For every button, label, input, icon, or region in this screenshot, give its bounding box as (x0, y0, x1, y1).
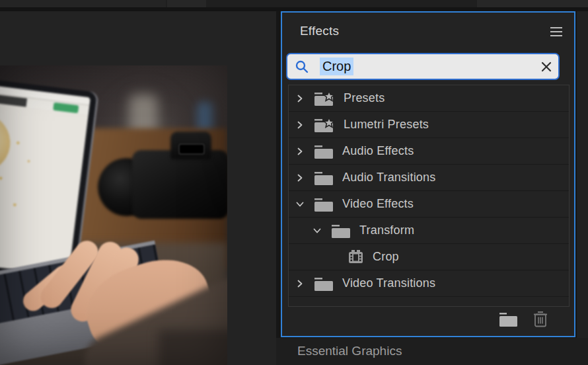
chevron-right-icon[interactable] (293, 278, 307, 289)
folder-icon (314, 170, 334, 186)
tree-row-transform[interactable]: Transform (289, 218, 569, 244)
photo-vignette (0, 65, 227, 365)
folder-star-icon (314, 91, 335, 106)
folder-icon (314, 276, 334, 292)
effect-icon (348, 250, 364, 264)
folder-star-icon (314, 117, 335, 133)
chevron-right-icon[interactable] (293, 120, 307, 130)
folder-icon (331, 223, 351, 239)
tree-row-audio-transitions[interactable]: Audio Transitions (289, 165, 569, 191)
program-monitor (0, 11, 276, 365)
tree-row-presets[interactable]: Presets (289, 85, 569, 112)
chevron-right-icon[interactable] (293, 173, 307, 183)
new-custom-bin-button[interactable] (498, 310, 518, 330)
chevron-right-icon[interactable] (293, 93, 307, 104)
chevron-right-icon[interactable] (293, 146, 307, 157)
tree-row-crop-effect[interactable]: Crop (289, 244, 569, 270)
panel-gap (577, 11, 588, 338)
delete-button[interactable] (532, 309, 549, 332)
effects-tree: Presets Lumetri Presets (288, 85, 570, 307)
tree-row-label: Lumetri Presets (344, 118, 429, 132)
effects-search-input[interactable]: Crop (286, 53, 560, 80)
effects-panel-title: Effects (300, 24, 339, 38)
tree-row-label: Presets (344, 91, 385, 105)
search-icon (295, 60, 309, 74)
background-panel-tab (167, 0, 206, 7)
folder-icon (314, 143, 334, 159)
tree-row-label: Audio Transitions (342, 171, 435, 184)
tree-row-lumetri-presets[interactable]: Lumetri Presets (289, 112, 569, 138)
panel-gap (276, 11, 281, 338)
tree-row-label: Audio Effects (342, 144, 414, 158)
tree-row-video-effects[interactable]: Video Effects (289, 191, 569, 218)
hamburger-icon (550, 27, 562, 28)
tree-row-label: Crop (373, 250, 399, 264)
chevron-down-icon[interactable] (310, 225, 324, 236)
tree-row-label: Transform (359, 223, 414, 237)
effects-panel-footer (282, 309, 574, 332)
background-tab-strip (0, 0, 588, 7)
close-x-icon (540, 61, 552, 73)
hamburger-icon (550, 35, 562, 36)
panel-menu-button[interactable] (550, 27, 562, 36)
background-panel-tab (477, 0, 588, 7)
search-query-text: Crop (320, 58, 353, 75)
trash-icon (532, 309, 549, 329)
tree-row-audio-effects[interactable]: Audio Effects (289, 138, 569, 165)
essential-graphics-panel-header[interactable]: Essential Graphics (276, 338, 588, 365)
tree-row-label: Video Transitions (342, 276, 435, 290)
tree-row-video-transitions[interactable]: Video Transitions (289, 270, 569, 297)
new-bin-folder-icon (498, 310, 518, 327)
chevron-down-icon[interactable] (293, 199, 307, 210)
effects-panel: Effects Crop (281, 11, 575, 337)
chevron-spacer (327, 252, 342, 263)
tree-row-label: Video Effects (342, 197, 414, 211)
selected-text: Crop (320, 58, 353, 75)
essential-graphics-title: Essential Graphics (297, 344, 402, 358)
hamburger-icon (550, 31, 562, 32)
clear-search-button[interactable] (540, 61, 552, 73)
video-preview-frame (0, 65, 227, 365)
background-panel-tab (0, 0, 166, 7)
folder-icon (314, 196, 334, 212)
